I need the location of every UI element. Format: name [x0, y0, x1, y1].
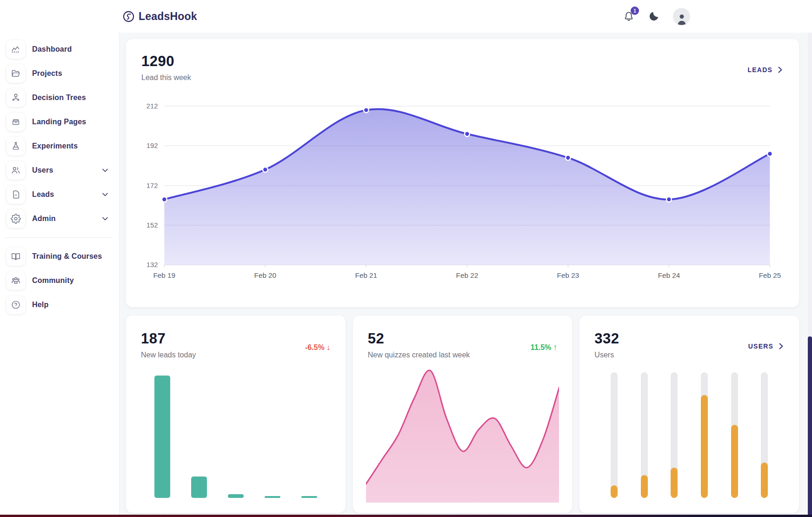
users-icon — [11, 165, 21, 175]
sidebar-item-community[interactable]: Community — [7, 271, 115, 290]
progress-track — [701, 372, 708, 498]
person-icon — [675, 12, 689, 25]
sidebar-divider — [5, 237, 113, 238]
progress-track — [731, 372, 738, 498]
landing-pages-icon — [11, 117, 21, 127]
admin-icon — [11, 214, 21, 224]
svg-text:132: 132 — [146, 261, 158, 269]
svg-text:Feb 25: Feb 25 — [759, 271, 781, 279]
svg-text:192: 192 — [146, 142, 158, 149]
sidebar-item-decision-trees[interactable]: Decision Trees — [7, 88, 115, 107]
experiments-icon — [11, 141, 21, 151]
progress-track — [671, 372, 678, 498]
moon-icon — [648, 10, 660, 22]
users-link[interactable]: USERS — [748, 342, 784, 350]
chevron-down-icon — [102, 168, 108, 173]
bar — [191, 477, 207, 498]
chevron-right-icon — [777, 67, 783, 73]
sidebar-nav: Dashboard Projects Decision Trees Landin… — [0, 40, 119, 314]
svg-text:152: 152 — [146, 222, 158, 229]
svg-text:Feb 24: Feb 24 — [658, 271, 680, 279]
app-header: LeadsHook 1 — [0, 0, 812, 33]
main-content: 1290 Lead this week LEADS 21219217215213… — [120, 33, 812, 517]
quizzes-value: 52 — [368, 330, 470, 347]
leadshook-logo-icon — [122, 10, 135, 23]
arrow-up-icon: ↑ — [553, 342, 557, 352]
progress-fill — [701, 395, 708, 498]
help-icon — [11, 300, 21, 310]
sidebar: Dashboard Projects Decision Trees Landin… — [0, 33, 120, 517]
svg-text:Feb 22: Feb 22 — [456, 271, 479, 279]
training-icon — [11, 251, 21, 262]
new-leads-chart — [141, 362, 331, 498]
progress-fill — [611, 485, 618, 498]
new-leads-value: 187 — [141, 330, 196, 347]
progress-fill — [731, 425, 738, 498]
community-icon — [11, 275, 21, 286]
quizzes-label: New quizzes created last week — [368, 351, 470, 359]
brand-name: LeadsHook — [139, 10, 197, 23]
svg-text:Feb 23: Feb 23 — [557, 271, 579, 279]
leads-icon — [11, 189, 21, 200]
sidebar-item-experiments[interactable]: Experiments — [7, 137, 115, 155]
scrollbar-thumb[interactable] — [808, 336, 812, 517]
users-card: 332 Users USERS — [579, 316, 799, 513]
new-leads-card: 187 New leads today -6.5% ↓ — [126, 316, 346, 513]
chevron-right-icon — [778, 343, 784, 349]
svg-text:Feb 21: Feb 21 — [355, 271, 378, 279]
brand-logo: LeadsHook — [122, 0, 197, 33]
svg-text:Feb 20: Feb 20 — [254, 271, 277, 279]
progress-fill — [671, 468, 678, 498]
svg-text:172: 172 — [146, 182, 158, 189]
arrow-down-icon: ↓ — [326, 342, 331, 352]
sidebar-item-help[interactable]: Help — [7, 295, 115, 314]
bar — [265, 496, 280, 498]
bottom-edge-strip — [0, 515, 812, 517]
sidebar-item-landing-pages[interactable]: Landing Pages — [7, 113, 115, 131]
leads-week-label: Lead this week — [141, 74, 784, 82]
bar — [154, 376, 170, 498]
sidebar-item-dashboard[interactable]: Dashboard — [7, 40, 115, 59]
vertical-scrollbar[interactable] — [808, 33, 812, 517]
new-leads-label: New leads today — [141, 351, 196, 359]
projects-icon — [11, 68, 21, 79]
progress-track — [761, 372, 768, 498]
notification-badge: 1 — [631, 7, 639, 15]
user-avatar[interactable] — [673, 8, 690, 25]
new-leads-change: -6.5% ↓ — [305, 342, 331, 352]
chevron-down-icon — [102, 193, 108, 197]
users-value: 332 — [594, 330, 619, 347]
leads-week-card: 1290 Lead this week LEADS 21219217215213… — [126, 39, 799, 307]
sidebar-item-projects[interactable]: Projects — [7, 64, 115, 83]
progress-fill — [761, 463, 768, 498]
sidebar-item-users[interactable]: Users — [7, 161, 115, 180]
bar — [301, 496, 317, 498]
dashboard-icon — [11, 44, 21, 54]
sidebar-item-leads[interactable]: Leads — [7, 185, 115, 204]
quizzes-chart — [366, 359, 559, 503]
chevron-down-icon — [102, 217, 108, 221]
notifications-button[interactable]: 1 — [623, 10, 635, 22]
progress-track — [611, 372, 618, 498]
users-chart — [594, 371, 784, 498]
users-label: Users — [594, 351, 619, 359]
progress-track — [641, 372, 648, 498]
svg-text:Feb 19: Feb 19 — [153, 271, 176, 279]
leads-week-value: 1290 — [141, 53, 784, 70]
decision-trees-icon — [11, 93, 21, 103]
quizzes-change: 11.5% ↑ — [531, 342, 557, 352]
bar — [228, 494, 244, 498]
quizzes-card: 52 New quizzes created last week 11.5% ↑ — [353, 316, 572, 513]
leads-week-chart: 212192172152132Feb 19Feb 20Feb 21Feb 22F… — [141, 99, 784, 285]
progress-fill — [641, 475, 648, 498]
svg-text:212: 212 — [146, 102, 158, 110]
sidebar-item-training-courses[interactable]: Training & Courses — [7, 247, 115, 266]
dark-mode-toggle[interactable] — [648, 10, 660, 22]
leads-link[interactable]: LEADS — [748, 66, 783, 74]
sidebar-item-admin[interactable]: Admin — [7, 209, 115, 228]
